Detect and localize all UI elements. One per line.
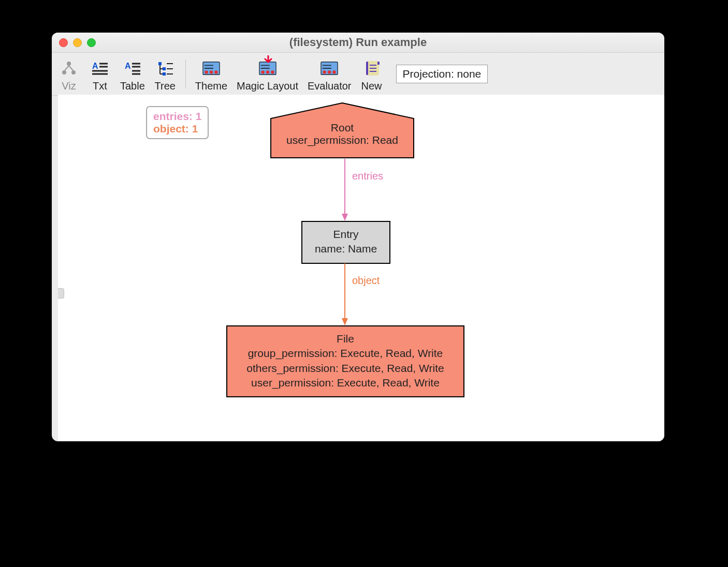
svg-line-3 (65, 66, 69, 70)
edge-object (341, 263, 349, 326)
theme-label: Theme (195, 80, 227, 92)
tree-label: Tree (155, 80, 176, 92)
svg-text:A: A (125, 62, 131, 70)
tree-icon (156, 59, 174, 77)
text-icon: A (91, 59, 109, 77)
window-controls (59, 38, 96, 47)
tree-button[interactable]: Tree (154, 56, 176, 92)
new-button[interactable]: New (361, 56, 383, 92)
svg-point-40 (328, 70, 331, 74)
node-entry-title: Entry (312, 227, 380, 242)
node-file-line2: others_permission: Execute, Read, Write (237, 361, 454, 376)
svg-point-28 (210, 70, 213, 74)
svg-text:A: A (92, 62, 98, 70)
svg-point-2 (71, 70, 76, 74)
node-file-line1: group_permission: Execute, Read, Write (237, 346, 454, 361)
magic-layout-button[interactable]: Magic Layout (237, 56, 298, 92)
svg-line-4 (69, 66, 73, 70)
toolbar-separator (185, 59, 186, 88)
theme-icon (202, 59, 220, 77)
window-title: (filesystem) Run example (52, 36, 664, 49)
toolbar: Viz A Txt A (52, 53, 664, 96)
svg-point-27 (205, 70, 208, 74)
edge-entries (341, 159, 349, 222)
evaluator-icon (321, 59, 338, 77)
node-file-line3: user_permission: Execute, Read, Write (237, 376, 454, 390)
svg-point-29 (214, 70, 218, 74)
svg-point-34 (266, 70, 269, 74)
svg-rect-15 (158, 62, 162, 65)
magic-layout-label: Magic Layout (237, 80, 298, 92)
svg-point-41 (332, 70, 336, 74)
viz-button[interactable]: Viz (58, 56, 80, 92)
svg-point-33 (261, 70, 265, 74)
node-entry[interactable]: Entry name: Name (301, 221, 390, 264)
txt-label: Txt (93, 80, 107, 92)
minimize-icon[interactable] (73, 38, 82, 47)
node-root-text: Root user_permission: Read (270, 122, 415, 146)
new-label: New (361, 80, 382, 92)
svg-marker-47 (342, 214, 348, 221)
theme-button[interactable]: Theme (195, 56, 227, 92)
table-icon: A (124, 59, 141, 77)
download-arrow-icon (264, 55, 273, 65)
node-entry-line1: name: Name (312, 242, 380, 256)
svg-point-1 (62, 70, 66, 74)
node-root[interactable]: Root user_permission: Read (270, 102, 415, 159)
evaluator-label: Evaluator (308, 80, 352, 92)
svg-marker-49 (342, 318, 348, 325)
node-root-title: Root (270, 122, 415, 134)
node-file[interactable]: File group_permission: Execute, Read, Wr… (226, 325, 464, 397)
svg-point-0 (67, 62, 71, 66)
titlebar[interactable]: (filesystem) Run example (52, 33, 664, 53)
svg-point-35 (271, 70, 274, 74)
projection-selector[interactable]: Projection: none (396, 65, 488, 83)
zoom-icon[interactable] (87, 38, 96, 47)
txt-button[interactable]: A Txt (89, 56, 111, 92)
graph-icon (60, 59, 78, 77)
legend-object: object: 1 (153, 123, 201, 135)
close-icon[interactable] (59, 38, 68, 47)
node-root-line1: user_permission: Read (270, 134, 415, 146)
svg-point-39 (323, 70, 327, 74)
table-label: Table (120, 80, 145, 92)
node-file-title: File (237, 332, 454, 346)
legend-box: entries: 1 object: 1 (146, 106, 209, 139)
app-window: (filesystem) Run example Viz A (52, 33, 664, 441)
edge-object-label: object (352, 275, 380, 287)
svg-rect-17 (163, 72, 166, 76)
viz-label: Viz (62, 80, 76, 92)
scroll-icon (363, 59, 381, 77)
table-button[interactable]: A Table (120, 56, 145, 92)
legend-entries: entries: 1 (153, 110, 201, 123)
svg-rect-16 (163, 67, 166, 70)
diagram-canvas[interactable]: entries: 1 object: 1 Root user_permissio… (58, 95, 664, 441)
evaluator-button[interactable]: Evaluator (308, 56, 352, 92)
edge-entries-label: entries (352, 170, 383, 182)
magic-layout-icon (259, 59, 276, 77)
scroll-handle[interactable] (58, 288, 64, 299)
